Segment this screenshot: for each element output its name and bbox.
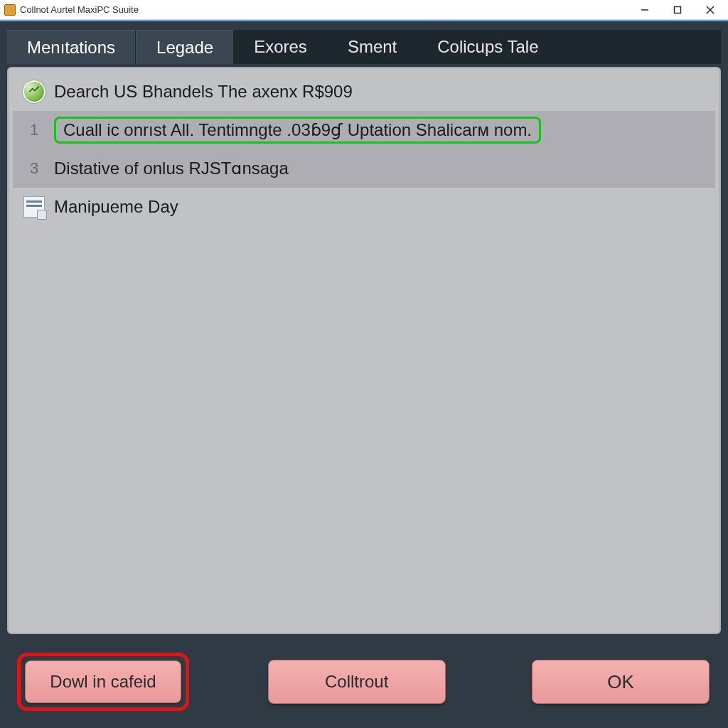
list-item[interactable]: 1 Cuall ic onrıst All. Tentimngte .03ɓ9ɠ… (13, 111, 715, 149)
tab-legade[interactable]: Legade (136, 30, 234, 64)
list-item-label: Cuall ic onrıst All. Tentimngte .03ɓ9ɠ U… (50, 117, 710, 144)
minimize-button[interactable] (628, 0, 661, 20)
globe-icon (18, 80, 50, 104)
tab-strip: Menıtations Legade Exores Sment Colicups… (7, 30, 721, 64)
tab-colicups[interactable]: Colicups Tale (417, 30, 559, 64)
tab-exores[interactable]: Exores (234, 30, 328, 64)
list-item[interactable]: Manipueme Day (13, 188, 715, 226)
dowl-in-cafeid-button[interactable]: Dowl in cafeid (25, 660, 181, 703)
app-icon (4, 4, 16, 16)
maximize-button[interactable] (661, 0, 694, 20)
titlebar: Collnot Aurtel MaxiPC Suuite (0, 0, 728, 20)
window-controls (628, 0, 727, 20)
list-item-label: Manipueme Day (50, 197, 710, 217)
list-item-label: Distative of onlus RJSTɑnsaga (50, 159, 710, 178)
main-panel: Dearch US Bhandels The axenx R$909 1 Cua… (7, 67, 721, 634)
list-item-label: Dearch US Bhandels The axenx R$909 (50, 82, 710, 102)
primary-button-highlight: Dowl in cafeid (17, 653, 189, 711)
row-number: 3 (18, 159, 50, 178)
button-bar: Dowl in cafeid Colltrout OK (7, 634, 721, 719)
tab-sment[interactable]: Sment (328, 30, 417, 64)
row-number: 1 (18, 121, 50, 139)
ok-button[interactable]: OK (532, 660, 710, 704)
list-item[interactable]: Dearch US Bhandels The axenx R$909 (13, 73, 715, 111)
document-icon (18, 196, 50, 218)
list-item[interactable]: 3 Distative of onlus RJSTɑnsaga (13, 149, 715, 188)
svg-rect-1 (675, 6, 681, 13)
tab-mentations[interactable]: Menıtations (7, 30, 136, 64)
window-title: Collnot Aurtel MaxiPC Suuite (20, 4, 139, 15)
tab-spacer (560, 30, 721, 64)
close-button[interactable] (694, 0, 727, 20)
colltrout-button[interactable]: Colltrout (268, 660, 446, 704)
highlighted-text: Cuall ic onrıst All. Tentimngte .03ɓ9ɠ U… (54, 117, 541, 144)
app-frame: Menıtations Legade Exores Sment Colicups… (0, 20, 728, 728)
